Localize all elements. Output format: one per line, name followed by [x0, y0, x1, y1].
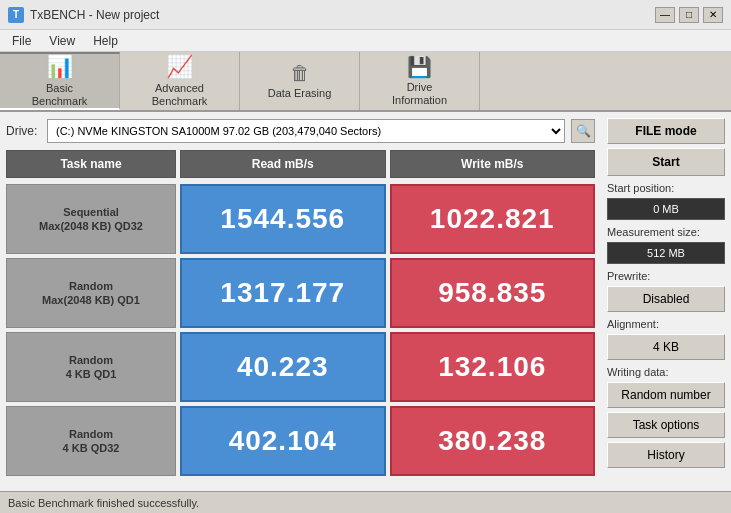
prewrite-label: Prewrite: [607, 270, 725, 282]
toolbar-data-erasing[interactable]: 🗑 Data Erasing [240, 52, 360, 110]
table-header: Task name Read mB/s Write mB/s [6, 150, 595, 178]
minimize-button[interactable]: — [655, 7, 675, 23]
drive-label: Drive: [6, 124, 41, 138]
status-bar: Basic Benchmark finished successfully. [0, 491, 731, 513]
file-mode-button[interactable]: FILE mode [607, 118, 725, 144]
start-button[interactable]: Start [607, 148, 725, 176]
data-erasing-label: Data Erasing [268, 87, 332, 100]
data-erasing-icon: 🗑 [290, 62, 310, 85]
toolbar: 📊 BasicBenchmark 📈 AdvancedBenchmark 🗑 D… [0, 52, 731, 112]
row-0-write: 1022.821 [390, 184, 596, 254]
drive-row: Drive: (C:) NVMe KINGSTON SA1000M 97.02 … [6, 118, 595, 144]
menu-view[interactable]: View [41, 32, 83, 50]
maximize-button[interactable]: □ [679, 7, 699, 23]
measurement-size-label: Measurement size: [607, 226, 725, 238]
drive-select[interactable]: (C:) NVMe KINGSTON SA1000M 97.02 GB (203… [47, 119, 565, 143]
app-icon: T [8, 7, 24, 23]
history-button[interactable]: History [607, 442, 725, 468]
title-bar: T TxBENCH - New project — □ ✕ [0, 0, 731, 30]
writing-data-label: Writing data: [607, 366, 725, 378]
table-row: SequentialMax(2048 KB) QD32 1544.556 102… [6, 184, 595, 254]
prewrite-value[interactable]: Disabled [607, 286, 725, 312]
status-message: Basic Benchmark finished successfully. [8, 497, 199, 509]
toolbar-basic-benchmark[interactable]: 📊 BasicBenchmark [0, 52, 120, 110]
row-0-label: SequentialMax(2048 KB) QD32 [6, 184, 176, 254]
drive-refresh-button[interactable]: 🔍 [571, 119, 595, 143]
start-position-value: 0 MB [607, 198, 725, 220]
table-row: Random4 KB QD1 40.223 132.106 [6, 332, 595, 402]
basic-benchmark-icon: 📊 [46, 54, 73, 80]
writing-data-value[interactable]: Random number [607, 382, 725, 408]
drive-information-label: DriveInformation [392, 81, 447, 107]
task-options-button[interactable]: Task options [607, 412, 725, 438]
col-read: Read mB/s [180, 150, 386, 178]
window-controls: — □ ✕ [655, 7, 723, 23]
col-task-name: Task name [6, 150, 176, 178]
row-1-label: RandomMax(2048 KB) QD1 [6, 258, 176, 328]
row-1-write: 958.835 [390, 258, 596, 328]
row-2-write: 132.106 [390, 332, 596, 402]
advanced-benchmark-icon: 📈 [166, 54, 193, 80]
row-1-read: 1317.177 [180, 258, 386, 328]
row-3-label: Random4 KB QD32 [6, 406, 176, 476]
toolbar-advanced-benchmark[interactable]: 📈 AdvancedBenchmark [120, 52, 240, 110]
table-row: Random4 KB QD32 402.104 380.238 [6, 406, 595, 476]
row-2-read: 40.223 [180, 332, 386, 402]
alignment-label: Alignment: [607, 318, 725, 330]
row-3-write: 380.238 [390, 406, 596, 476]
advanced-benchmark-label: AdvancedBenchmark [152, 82, 208, 108]
start-position-label: Start position: [607, 182, 725, 194]
menu-help[interactable]: Help [85, 32, 126, 50]
row-2-label: Random4 KB QD1 [6, 332, 176, 402]
row-0-read: 1544.556 [180, 184, 386, 254]
toolbar-drive-information[interactable]: 💾 DriveInformation [360, 52, 480, 110]
alignment-value[interactable]: 4 KB [607, 334, 725, 360]
bench-rows: SequentialMax(2048 KB) QD32 1544.556 102… [6, 184, 595, 485]
basic-benchmark-label: BasicBenchmark [32, 82, 88, 108]
col-write: Write mB/s [390, 150, 596, 178]
main-content: Drive: (C:) NVMe KINGSTON SA1000M 97.02 … [0, 112, 731, 491]
left-panel: Drive: (C:) NVMe KINGSTON SA1000M 97.02 … [0, 112, 601, 491]
title-bar-left: T TxBENCH - New project [8, 7, 159, 23]
app-title: TxBENCH - New project [30, 8, 159, 22]
table-row: RandomMax(2048 KB) QD1 1317.177 958.835 [6, 258, 595, 328]
drive-information-icon: 💾 [407, 55, 432, 79]
row-3-read: 402.104 [180, 406, 386, 476]
menu-bar: File View Help [0, 30, 731, 52]
measurement-size-value: 512 MB [607, 242, 725, 264]
close-button[interactable]: ✕ [703, 7, 723, 23]
menu-file[interactable]: File [4, 32, 39, 50]
right-panel: FILE mode Start Start position: 0 MB Mea… [601, 112, 731, 491]
